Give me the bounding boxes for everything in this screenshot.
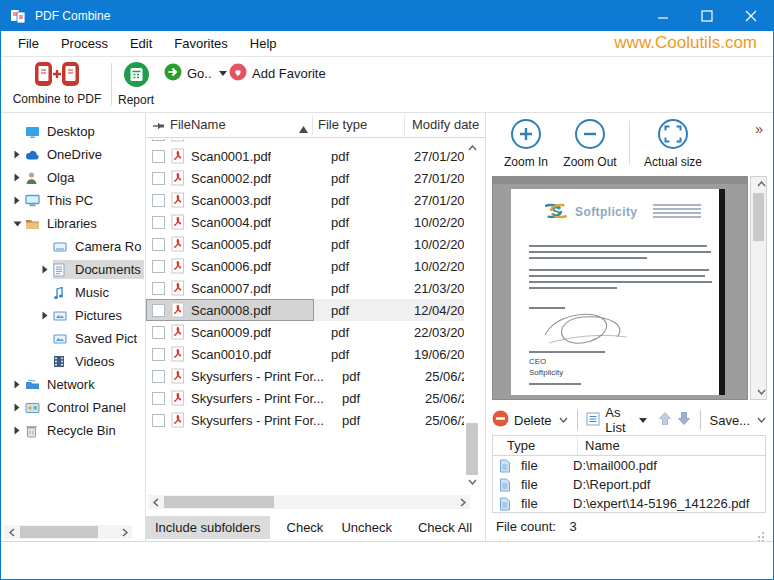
row-checkbox[interactable] xyxy=(152,139,165,141)
collapse-arrow-icon[interactable] xyxy=(9,150,25,159)
tree-item-olga[interactable]: Olga xyxy=(1,166,145,189)
collapse-arrow-icon[interactable] xyxy=(9,380,25,389)
tree-item-saved-pict[interactable]: Saved Pict xyxy=(1,327,145,350)
file-row[interactable]: Scan0004.pdfpdf10/02/2017 xyxy=(146,211,464,233)
preview-scroll-thumb[interactable] xyxy=(753,193,764,241)
file-list-scroll-thumb-h[interactable] xyxy=(164,496,274,508)
file-list-scroll-thumb[interactable] xyxy=(466,423,478,475)
file-row[interactable]: Scan0009.pdfpdf22/03/2017 xyxy=(146,321,464,343)
row-checkbox[interactable] xyxy=(152,326,165,339)
tree-item-libraries[interactable]: Libraries xyxy=(1,212,145,235)
scroll-down-icon[interactable] xyxy=(754,389,768,395)
row-checkbox[interactable] xyxy=(152,414,165,427)
scroll-right-icon[interactable] xyxy=(456,495,470,509)
row-checkbox[interactable] xyxy=(152,304,165,317)
row-checkbox[interactable] xyxy=(152,150,165,163)
tree-item-documents[interactable]: Documents xyxy=(1,258,145,281)
as-list-dropdown-icon[interactable] xyxy=(639,418,647,423)
menu-item-favorites[interactable]: Favorites xyxy=(163,36,238,51)
row-checkbox[interactable] xyxy=(152,370,165,383)
as-list-button[interactable]: As List xyxy=(605,405,632,435)
file-row[interactable]: Scan0002.pdfpdf27/01/2017 xyxy=(146,167,464,189)
sort-ascending-icon[interactable] xyxy=(299,121,308,136)
file-row[interactable]: Scan0007.pdfpdf21/03/2017 xyxy=(146,277,464,299)
output-column-type[interactable]: Type xyxy=(507,438,535,453)
collapse-arrow-icon[interactable] xyxy=(9,173,25,182)
menu-item-file[interactable]: File xyxy=(7,36,50,51)
zoom-in-button[interactable]: Zoom In xyxy=(496,117,556,169)
file-row[interactable]: Scan0006.pdfpdf10/02/2017 xyxy=(146,255,464,277)
go-button[interactable]: Go.. xyxy=(164,63,227,84)
collapse-arrow-icon[interactable] xyxy=(9,426,25,435)
save-dropdown-icon[interactable] xyxy=(757,417,766,423)
tree-item-onedrive[interactable]: OneDrive xyxy=(1,143,145,166)
preview-vertical-scrollbar[interactable] xyxy=(750,176,767,400)
collapse-arrow-icon[interactable] xyxy=(37,265,53,274)
collapse-arrow-icon[interactable] xyxy=(9,196,25,205)
combine-to-pdf-button[interactable]: Combine to PDF xyxy=(7,61,107,106)
add-favorite-button[interactable]: Add Favorite xyxy=(229,63,326,84)
row-checkbox[interactable] xyxy=(152,238,165,251)
toolbar-overflow-icon[interactable]: » xyxy=(755,121,763,137)
tree-item-this-pc[interactable]: This PC xyxy=(1,189,145,212)
close-button[interactable] xyxy=(729,1,773,31)
column-header-filename[interactable]: FileName xyxy=(170,117,226,132)
file-row[interactable]: Scan0010.pdfpdf19/06/2017 xyxy=(146,343,464,365)
zoom-out-button[interactable]: Zoom Out xyxy=(558,117,622,169)
uncheck-button[interactable]: Uncheck xyxy=(332,516,401,539)
pdf-preview[interactable]: S Softplicity CEO Softplicity xyxy=(492,176,748,400)
maximize-button[interactable] xyxy=(685,1,729,31)
output-row[interactable]: fileD:\expert\14-5196_141226.pdf xyxy=(493,494,765,513)
move-up-button[interactable] xyxy=(658,411,672,429)
move-down-button[interactable] xyxy=(677,411,691,429)
report-button[interactable]: Report xyxy=(113,61,159,107)
check-all-button[interactable]: Check All xyxy=(409,516,481,539)
scroll-right-icon[interactable] xyxy=(118,525,132,539)
pin-icon[interactable] xyxy=(152,120,165,135)
row-checkbox[interactable] xyxy=(152,216,165,229)
row-checkbox[interactable] xyxy=(152,392,165,405)
output-column-name[interactable]: Name xyxy=(585,438,620,453)
menu-item-edit[interactable]: Edit xyxy=(119,36,163,51)
tree-item-recycle-bin[interactable]: Recycle Bin xyxy=(1,419,145,442)
expand-arrow-icon[interactable] xyxy=(9,221,25,227)
scroll-left-icon[interactable] xyxy=(148,495,162,509)
output-row[interactable]: fileD:\Report.pdf xyxy=(493,475,765,494)
check-button[interactable]: Check xyxy=(278,516,333,539)
tree-item-network[interactable]: Network xyxy=(1,373,145,396)
website-link[interactable]: www.Coolutils.com xyxy=(614,33,757,53)
collapse-arrow-icon[interactable] xyxy=(9,403,25,412)
delete-button[interactable]: Delete xyxy=(514,413,552,428)
tree-item-videos[interactable]: Videos xyxy=(1,350,145,373)
column-header-filetype[interactable]: File type xyxy=(318,117,367,132)
file-list-horizontal-scrollbar[interactable] xyxy=(148,495,470,509)
file-list-vertical-scrollbar[interactable] xyxy=(465,143,479,488)
tree-item-desktop[interactable]: Desktop xyxy=(1,120,145,143)
tree-horizontal-scrollbar[interactable] xyxy=(4,525,132,539)
file-row[interactable]: Scan0003.pdfpdf27/01/2017 xyxy=(146,189,464,211)
row-checkbox[interactable] xyxy=(152,282,165,295)
menu-item-process[interactable]: Process xyxy=(50,36,119,51)
menu-item-help[interactable]: Help xyxy=(239,36,288,51)
tree-item-pictures[interactable]: Pictures xyxy=(1,304,145,327)
row-checkbox[interactable] xyxy=(152,194,165,207)
delete-dropdown-icon[interactable] xyxy=(559,417,568,423)
collapse-arrow-icon[interactable] xyxy=(37,311,53,320)
save-button[interactable]: Save... xyxy=(710,413,750,428)
include-subfolders-button[interactable]: Include subfolders xyxy=(146,516,270,539)
file-row[interactable]: Skysurfers - Print For...pdf25/06/2014 xyxy=(146,365,464,387)
actual-size-button[interactable]: Actual size xyxy=(638,117,708,169)
file-row[interactable]: Skysurfers - Print For...pdf25/06/2014 xyxy=(146,409,464,431)
scroll-down-icon[interactable] xyxy=(465,479,479,485)
tree-item-camera-ro[interactable]: Camera Ro xyxy=(1,235,145,258)
scroll-up-icon[interactable] xyxy=(465,145,479,151)
row-checkbox[interactable] xyxy=(152,348,165,361)
minimize-button[interactable] xyxy=(641,1,685,31)
row-checkbox[interactable] xyxy=(152,172,165,185)
column-header-modifydate[interactable]: Modify date xyxy=(412,117,479,132)
scroll-left-icon[interactable] xyxy=(4,525,18,539)
file-row[interactable]: Skysurfers - Print For...pdf25/06/2014 xyxy=(146,387,464,409)
tree-item-control-panel[interactable]: Control Panel xyxy=(1,396,145,419)
file-row[interactable]: Scan0005.pdfpdf10/02/2017 xyxy=(146,233,464,255)
file-row[interactable]: Scan0008.pdfpdf12/04/2017 xyxy=(146,299,464,321)
